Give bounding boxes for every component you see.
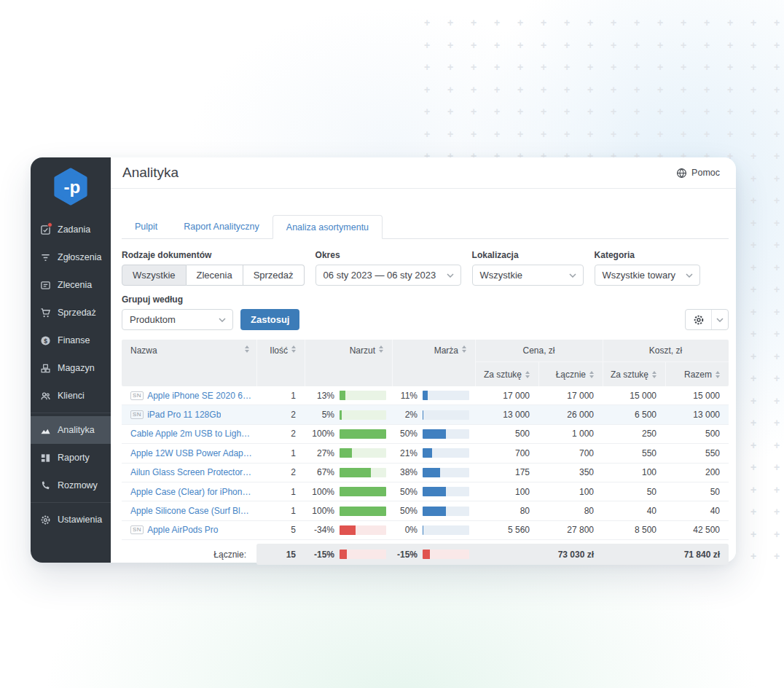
sidebar-item-raporty[interactable]: Raporty xyxy=(31,444,111,472)
totals-narzut: -15% xyxy=(305,544,392,565)
group-by-row: Grupuj według Produktom Zastosuj xyxy=(122,294,729,330)
marza-cell: 11% xyxy=(392,386,475,404)
sidebar-item-klienci[interactable]: Klienci xyxy=(31,382,111,410)
product-link[interactable]: Apple iPhone SE 2020 64Gb Black xyxy=(147,391,252,401)
chevron-down-icon xyxy=(716,318,724,322)
narzut-cell: 100% xyxy=(305,425,392,443)
doc-type-zlecenia[interactable]: Zlecenia xyxy=(187,265,243,286)
sidebar-item-zadania[interactable]: Zadania xyxy=(31,216,111,243)
main-panel: Analityka Pomoc Pulpit Raport Analityczn… xyxy=(111,157,736,563)
filters-row: Rodzaje dokumentów Wszystkie Zlecenia Sp… xyxy=(122,250,729,286)
sort-icon xyxy=(589,371,594,378)
sort-icon xyxy=(291,345,296,353)
marza-cell: 50% xyxy=(392,482,475,501)
sidebar-item-sprzedaz[interactable]: Sprzedaż xyxy=(31,299,111,327)
column-header-nazwa[interactable]: Nazwa xyxy=(122,340,256,386)
sidebar-item-zgloszenia[interactable]: Zgłoszenia xyxy=(31,243,111,271)
marza-cell: 2% xyxy=(392,405,475,423)
gear-icon xyxy=(693,314,705,326)
warehouse-icon xyxy=(39,362,51,374)
location-value: Wszystkie xyxy=(480,270,523,281)
tab-analiza-asortymentu[interactable]: Analiza asortymentu xyxy=(273,215,383,239)
chevron-down-icon xyxy=(447,273,454,278)
price-total-cell: 17 000 xyxy=(538,386,603,404)
product-link[interactable]: Apple Case (Clear) for iPhone 11 xyxy=(130,487,252,497)
column-header-cena-za-sztuke[interactable]: Za sztukę xyxy=(475,361,538,386)
sort-icon xyxy=(462,345,466,353)
cost-total-cell: 500 xyxy=(665,425,729,443)
cost-unit-cell: 8 500 xyxy=(603,521,665,539)
price-total-cell: 1 000 xyxy=(538,425,603,443)
price-total-cell: 350 xyxy=(538,464,603,482)
price-total-cell: 80 xyxy=(538,501,603,520)
column-header-koszt-za-sztuke[interactable]: Za sztukę xyxy=(603,361,665,386)
price-unit-cell: 80 xyxy=(475,501,538,520)
price-unit-cell: 13 000 xyxy=(475,405,538,423)
column-header-ilosc[interactable]: Ilość xyxy=(256,340,305,386)
column-group-koszt: Koszt, zł xyxy=(603,340,729,361)
sidebar-item-label: Magazyn xyxy=(58,363,95,373)
clients-icon xyxy=(39,390,51,402)
column-header-koszt-razem[interactable]: Razem xyxy=(665,361,729,386)
sidebar-divider xyxy=(31,502,111,503)
doc-type-wszystkie[interactable]: Wszystkie xyxy=(122,265,187,286)
group-by-value: Produktom xyxy=(130,314,176,325)
tasks-icon xyxy=(39,224,51,235)
qty-cell: 2 xyxy=(256,405,305,423)
column-header-marza[interactable]: Marża xyxy=(392,340,475,386)
column-group-cena: Cena, zł xyxy=(475,340,603,361)
sidebar-item-ustawienia[interactable]: Ustawienia xyxy=(31,506,111,533)
cost-unit-cell: 250 xyxy=(603,425,665,443)
globe-icon xyxy=(676,168,687,179)
column-header-narzut[interactable]: Narzut xyxy=(305,340,392,386)
sidebar-item-zlecenia[interactable]: Zlecenia xyxy=(31,271,111,299)
category-select[interactable]: Wszystkie towary xyxy=(595,265,700,286)
tab-raport-analityczny[interactable]: Raport Analityczny xyxy=(170,215,273,238)
qty-cell: 5 xyxy=(256,521,305,539)
finance-icon: $ xyxy=(39,335,51,346)
help-button[interactable]: Pomoc xyxy=(676,168,720,179)
product-link[interactable]: Ailun Glass Screen Protector for iPhon..… xyxy=(130,467,252,477)
reports-icon xyxy=(39,452,51,464)
price-total-cell: 26 000 xyxy=(538,405,603,423)
sidebar-item-label: Analityka xyxy=(58,425,95,435)
sidebar-item-analityka[interactable]: Analityka xyxy=(31,416,111,444)
cost-total-cell: 40 xyxy=(665,501,729,520)
cost-unit-cell: 550 xyxy=(603,444,665,462)
table-row: Cable Apple 2m USB to Lightning (Whi... … xyxy=(122,425,729,444)
narzut-cell: -34% xyxy=(305,521,392,539)
product-link[interactable]: Cable Apple 2m USB to Lightning (Whi... xyxy=(130,429,252,439)
table-settings-button[interactable] xyxy=(686,310,712,329)
apply-button[interactable]: Zastosuj xyxy=(240,309,299,330)
table-row: Apple Silicone Case (Surf Blue) for iPh.… xyxy=(122,501,729,520)
sidebar-divider xyxy=(31,413,111,413)
app-logo[interactable]: -p xyxy=(31,168,111,206)
product-link[interactable]: Apple 12W USB Power Adapter xyxy=(130,448,252,458)
app-window: -p Zadania Zgłoszenia Zlec xyxy=(31,157,736,563)
group-by-select[interactable]: Produktom xyxy=(122,309,233,330)
qty-cell: 2 xyxy=(256,464,305,482)
product-link[interactable]: Apple AirPods Pro xyxy=(147,525,218,535)
sidebar-item-label: Zgłoszenia xyxy=(58,252,101,262)
serial-badge: SN xyxy=(130,410,144,419)
table-settings-group xyxy=(685,309,729,330)
doc-type-segmented: Wszystkie Zlecenia Sprzedaż xyxy=(122,265,305,286)
sidebar-item-finanse[interactable]: $ Finanse xyxy=(31,327,111,354)
chevron-down-icon xyxy=(569,273,576,278)
narzut-cell: 100% xyxy=(305,482,392,501)
narzut-cell: 100% xyxy=(305,501,392,520)
product-link[interactable]: iPad Pro 11 128Gb xyxy=(147,410,221,420)
column-header-cena-lacznie[interactable]: Łącznie xyxy=(538,361,603,386)
location-select[interactable]: Wszystkie xyxy=(472,265,584,286)
period-select[interactable]: 06 sty 2023 — 06 sty 2023 xyxy=(315,265,461,286)
qty-cell: 1 xyxy=(256,501,305,520)
tab-pulpit[interactable]: Pulpit xyxy=(122,215,170,238)
table-settings-caret[interactable] xyxy=(712,310,728,329)
sidebar-item-label: Ustawienia xyxy=(58,515,102,525)
doc-type-sprzedaz[interactable]: Sprzedaż xyxy=(243,265,305,286)
product-link[interactable]: Apple Silicone Case (Surf Blue) for iPh.… xyxy=(130,506,252,516)
page-header: Analityka Pomoc xyxy=(111,157,736,189)
sidebar-item-rozmowy[interactable]: Rozmowy xyxy=(31,472,111,499)
sort-icon xyxy=(245,345,249,353)
sidebar-item-magazyn[interactable]: Magazyn xyxy=(31,354,111,382)
